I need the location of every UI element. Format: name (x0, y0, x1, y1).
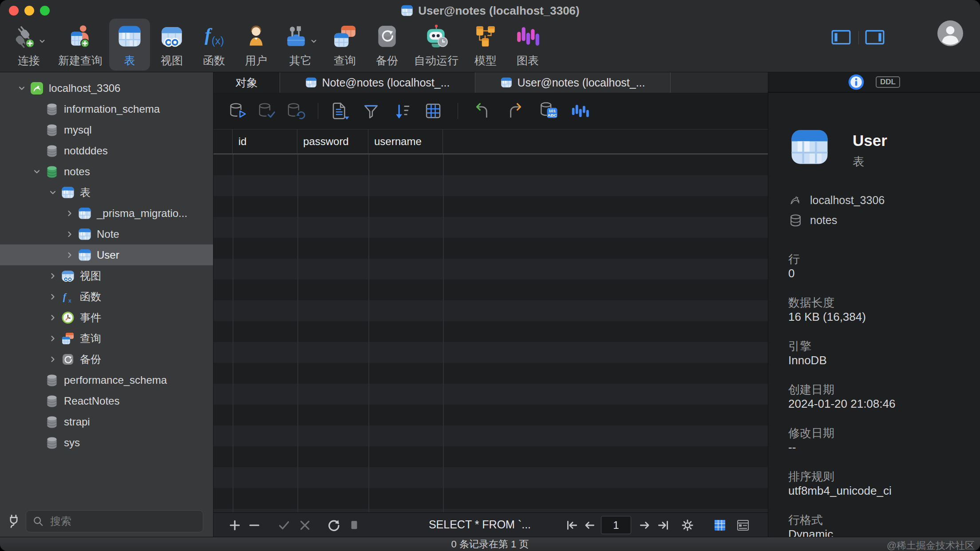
sort-icon[interactable] (392, 101, 412, 121)
grid-body[interactable] (213, 154, 768, 512)
toolbar-item-model[interactable]: 模型 (465, 19, 506, 71)
toolbar-item-label: 连接 (18, 53, 40, 68)
zoom-window-button[interactable] (40, 6, 50, 16)
redo-arrow-icon[interactable] (505, 101, 526, 121)
chevron-right-icon[interactable] (44, 292, 61, 301)
ddl-button[interactable]: DDL (876, 76, 900, 88)
toolbar-item-label: 用户 (245, 53, 267, 68)
record-count-text: 0 条记录在第 1 页 (451, 538, 529, 551)
pulse-chart-icon[interactable] (569, 101, 590, 121)
toolbar-item-backup[interactable]: 备份 (367, 19, 407, 71)
toolbar-item-new-query[interactable]: 新建查询 (53, 19, 108, 71)
details-field-value: utf8mb4_unicode_ci (788, 484, 892, 498)
query-icon (332, 23, 358, 50)
form-view-button[interactable] (736, 519, 750, 532)
database-icon (45, 436, 59, 450)
page-number-input[interactable] (601, 516, 631, 534)
info-icon[interactable] (848, 74, 864, 90)
tree-item-label: 查询 (80, 331, 101, 346)
details-connection-row: localhost_3306 (788, 193, 885, 208)
toolbar-item-query[interactable]: 查询 (324, 19, 365, 71)
toolbar-item-charts[interactable]: 图表 (507, 19, 548, 71)
minimize-window-button[interactable] (24, 6, 34, 16)
chevron-right-icon[interactable] (44, 355, 61, 364)
db-play-icon[interactable] (228, 101, 248, 121)
tree-item-ReactNotes[interactable]: ReactNotes (0, 390, 213, 411)
toolbar-item-connection[interactable]: 连接 (6, 19, 51, 71)
tab-objects[interactable]: 对象 (213, 72, 280, 93)
tab-note[interactable]: Note@notes (localhost_... (280, 72, 475, 93)
close-window-button[interactable] (9, 6, 19, 16)
column-header-id[interactable]: id (233, 130, 297, 154)
delete-record-button[interactable] (248, 519, 261, 532)
previous-page-button[interactable] (583, 519, 596, 532)
tree-item-Note[interactable]: Note (0, 224, 213, 244)
tab-user[interactable]: User@notes (localhost_... (475, 72, 671, 93)
new-query-icon (67, 23, 93, 50)
details-field-label: 行 (788, 252, 800, 267)
refresh-button[interactable] (327, 519, 340, 532)
chevron-right-icon[interactable] (44, 334, 61, 343)
toolbar-item-tables[interactable]: 表 (109, 19, 150, 71)
tree-item-sys[interactable]: sys (0, 432, 213, 453)
chevron-down-icon[interactable] (28, 167, 45, 176)
tree-item-label: sys (64, 437, 80, 449)
add-record-button[interactable] (228, 519, 241, 532)
tree-item-mysql[interactable]: mysql (0, 119, 213, 140)
toolbar-item-views[interactable]: 视图 (151, 19, 192, 71)
chevron-down-icon (37, 28, 46, 45)
column-header-username[interactable]: username (368, 130, 443, 154)
status-bar: 0 条记录在第 1 页 @稀土掘金技术社区 (0, 537, 980, 551)
chevron-right-icon[interactable] (61, 251, 78, 260)
chevron-right-icon[interactable] (61, 230, 78, 239)
toolbar-item-automation[interactable]: 自动运行 (409, 19, 464, 71)
chevron-down-icon[interactable] (13, 84, 30, 93)
doc-text-icon[interactable] (330, 101, 350, 121)
filter-icon[interactable] (361, 101, 381, 121)
undo-arrow-icon[interactable] (472, 101, 492, 121)
grid-view-button[interactable] (713, 519, 727, 532)
user-avatar[interactable] (937, 20, 963, 46)
details-database-row: notes (788, 213, 837, 228)
data-generation-icon[interactable]: 101ABC (538, 101, 559, 121)
tree-item-User[interactable]: User (0, 244, 213, 265)
tree-item-函数[interactable]: fx函数 (0, 286, 213, 307)
connection-indicator-icon[interactable] (6, 514, 21, 530)
tree-item-strapi[interactable]: strapi (0, 411, 213, 432)
tree-item-备份[interactable]: 备份 (0, 349, 213, 370)
tree-item-_prisma_migratio-[interactable]: _prisma_migratio... (0, 203, 213, 224)
tree-item-notdddes[interactable]: notdddes (0, 140, 213, 161)
toolbar-item-users[interactable]: 用户 (236, 19, 277, 71)
tree-item-performance_schema[interactable]: performance_schema (0, 370, 213, 390)
chevron-right-icon[interactable] (44, 313, 61, 322)
plug-icon (12, 23, 37, 50)
tree-item-localhost_3306[interactable]: localhost_3306 (0, 78, 213, 98)
toolbar-item-label: 图表 (517, 53, 539, 68)
grid-settings-button[interactable] (681, 519, 694, 532)
tree-item-notes[interactable]: notes (0, 161, 213, 182)
tree-item-查询[interactable]: 查询 (0, 328, 213, 349)
tree-item-视图[interactable]: 视图 (0, 265, 213, 286)
chevron-down-icon[interactable] (44, 188, 61, 197)
next-page-button[interactable] (638, 519, 652, 532)
tree-item-label: notdddes (64, 145, 108, 157)
tree-item-label: strapi (64, 416, 90, 428)
first-page-button[interactable] (565, 519, 578, 532)
last-page-button[interactable] (657, 519, 670, 532)
chevron-right-icon[interactable] (61, 209, 78, 218)
toolbar-item-others[interactable]: 其它 (278, 19, 323, 71)
search-input[interactable] (49, 515, 203, 528)
grid-columns-icon[interactable] (423, 101, 443, 121)
tree-item-事件[interactable]: 事件 (0, 307, 213, 328)
search-box[interactable] (26, 510, 203, 532)
details-field-value: 0 (788, 267, 794, 280)
sql-statement-text: SELECT * FROM `... (409, 518, 551, 531)
left-pane-toggle-icon[interactable] (831, 29, 851, 45)
tree-item-表[interactable]: 表 (0, 182, 213, 203)
chevron-right-icon[interactable] (44, 272, 61, 280)
column-header-password[interactable]: password (297, 130, 368, 154)
tree-item-information_schema[interactable]: information_schema (0, 98, 213, 119)
right-pane-toggle-icon[interactable] (865, 29, 885, 45)
chart-icon (515, 23, 541, 50)
toolbar-item-functions[interactable]: f(x)函数 (194, 19, 234, 71)
